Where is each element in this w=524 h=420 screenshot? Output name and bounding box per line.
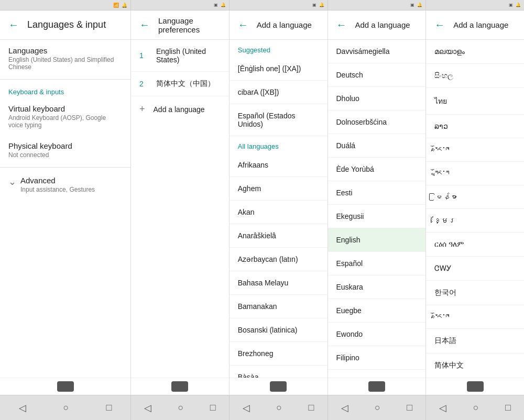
lang-dolnoserbscina[interactable]: Dolnoserbšćina: [328, 110, 426, 134]
lang-tibetan[interactable]: རྫོང་ཁ: [426, 305, 524, 329]
lang-duala[interactable]: Duálá: [328, 134, 426, 158]
keyboard-section-label: Keyboard & inputs: [0, 82, 130, 98]
home-nav-button-1[interactable]: ○: [53, 398, 80, 417]
panel4-header: ← Add a language: [328, 10, 426, 40]
back-nav-button-2[interactable]: ◁: [134, 398, 162, 418]
lang-item-bosanski[interactable]: Bosanski (latinica): [230, 318, 328, 342]
panel1-title: Languages & input: [27, 19, 106, 30]
lang-dholuo[interactable]: Dholuo: [328, 87, 426, 110]
back-button-panel1[interactable]: ←: [8, 19, 19, 31]
home-nav-button-3[interactable]: ○: [266, 398, 292, 417]
lang-euskara[interactable]: Euskara: [328, 275, 426, 299]
panel4-scroll-indicator: [328, 378, 426, 395]
recent-nav-button-4[interactable]: □: [396, 398, 423, 417]
lang-item-azerbaycan[interactable]: Azərbaycan (latın): [230, 248, 328, 271]
back-nav-button-3[interactable]: ◁: [232, 398, 260, 418]
lang-eesti[interactable]: Eesti: [328, 181, 426, 205]
lang-lao[interactable]: ລາວ: [426, 115, 524, 138]
lang-cherokee[interactable]: ᏣᎳᎩ: [426, 257, 524, 281]
add-language-item[interactable]: + Add a language: [131, 96, 229, 122]
lang-item-aghem[interactable]: Aghem: [230, 177, 328, 201]
languages-item[interactable]: Languages English (United States) and Si…: [0, 40, 130, 77]
lang-simplified-chinese[interactable]: 简体中文: [426, 353, 524, 378]
lang-english[interactable]: English: [328, 228, 426, 252]
recent-nav-button-2[interactable]: □: [200, 398, 226, 417]
status-icon-1: 📶: [113, 3, 119, 8]
recent-nav-button-5[interactable]: □: [495, 398, 521, 417]
panel1-scroll-indicator: [0, 378, 130, 395]
virtual-keyboard-subtitle: Android Keyboard (AOSP), Google voice ty…: [8, 114, 122, 129]
status-icon-8: 🔔: [417, 3, 422, 7]
panel4-title: Add a language: [355, 20, 410, 29]
status-icon-2: 🔔: [122, 3, 127, 8]
home-nav-button-4[interactable]: ○: [364, 398, 391, 417]
status-bar-panel4: ▣ 🔔: [328, 0, 427, 10]
lang-myanmar[interactable]: မြန်မာ: [426, 185, 524, 209]
back-button-panel4[interactable]: ←: [336, 19, 347, 31]
lang-ede-yoruba[interactable]: Ède Yorùbá: [328, 158, 426, 181]
lang-item-brezhoneg[interactable]: Brezhoneg: [230, 342, 328, 366]
lang-thai[interactable]: ไทย: [426, 88, 524, 115]
nav-bar-panel4: ◁ ○ □: [328, 395, 427, 420]
status-icon-7: ▣: [410, 3, 414, 7]
lang-amharic[interactable]: ርዕሰ ዓለም: [426, 233, 524, 257]
back-nav-button-1[interactable]: ◁: [8, 398, 37, 418]
lang-davvisamegiella[interactable]: Davvisámegiella: [328, 40, 426, 63]
advanced-item[interactable]: ⌄ Advanced Input assistance, Gestures: [0, 170, 130, 200]
lang-item-akan[interactable]: Akan: [230, 201, 328, 224]
lang-ekegusii[interactable]: Ekegusii: [328, 205, 426, 228]
lang-klong[interactable]: ཀློང་ཀ: [426, 162, 524, 185]
suggested-item-1[interactable]: cibarA ([XB]): [230, 81, 328, 104]
divider-2: [0, 167, 130, 168]
lang-malayalam[interactable]: മലയാളം: [426, 40, 524, 64]
lang-deutsch[interactable]: Deutsch: [328, 63, 426, 87]
back-button-panel3[interactable]: ←: [238, 19, 248, 31]
lang-ewondo[interactable]: Ewondo: [328, 323, 426, 346]
lang-item-bahasa[interactable]: Bahasa Melayu: [230, 271, 328, 295]
lang-pref-item-2[interactable]: 2 简体中文（中国）: [131, 72, 229, 96]
recent-nav-button-3[interactable]: □: [298, 398, 324, 417]
lang-euegbe[interactable]: Euegbe: [328, 299, 426, 323]
back-button-panel5[interactable]: ←: [434, 19, 445, 31]
lang-japanese[interactable]: 日本語: [426, 329, 524, 353]
home-nav-button-2[interactable]: ○: [167, 398, 194, 417]
status-bar-panel5: ▣ 🔔: [426, 0, 524, 10]
lang-espanol[interactable]: Español: [328, 252, 426, 275]
lang-sinhala[interactable]: සිංහල: [426, 64, 524, 88]
back-nav-button-4[interactable]: ◁: [331, 398, 359, 418]
lang-filipino[interactable]: Filipino: [328, 346, 426, 370]
suggested-item-2[interactable]: Español (Estados Unidos): [230, 104, 328, 136]
lang-item-afrikaans[interactable]: Afrikaans: [230, 153, 328, 177]
physical-keyboard-item[interactable]: Physical keyboard Not connected: [0, 135, 130, 165]
physical-keyboard-title: Physical keyboard: [8, 141, 122, 150]
nav-bar-panel5: ◁ ○ □: [426, 395, 524, 420]
recent-nav-button-1[interactable]: □: [96, 398, 123, 417]
lang-pref-item-1[interactable]: 1 English (United States): [131, 40, 229, 72]
lang-item-bamanakan[interactable]: Bamanakan: [230, 295, 328, 318]
panel2-scroll-indicator: [131, 378, 229, 395]
lang-item-anaraskiela[interactable]: Anarâškielâ: [230, 224, 328, 248]
lang-item-basaa[interactable]: Bàsàa: [230, 366, 328, 378]
lang-number-1: 1: [139, 51, 148, 60]
lang-korean[interactable]: 한국어: [426, 281, 524, 305]
lang-foroyskt[interactable]: Føroyskt: [328, 370, 426, 378]
all-languages-label: All languages: [230, 136, 328, 153]
status-icon-6: 🔔: [319, 3, 324, 7]
status-icon-3: ▣: [214, 3, 218, 7]
home-nav-button-5[interactable]: ○: [463, 398, 489, 417]
panel-add-language-1: ← Add a language Suggested [Ēnġlish one]…: [230, 10, 328, 395]
virtual-keyboard-item[interactable]: Virtual keyboard Android Keyboard (AOSP)…: [0, 98, 130, 135]
back-nav-button-5[interactable]: ◁: [429, 398, 457, 418]
status-icon-10: 🔔: [516, 3, 521, 7]
lang-khmer[interactable]: ខ្មែរ: [426, 209, 524, 233]
status-icon-9: ▣: [509, 3, 513, 7]
panel3-content: Suggested [Ēnġlish one] ([XA]) cibarA ([…: [230, 40, 328, 378]
back-button-panel2[interactable]: ←: [139, 19, 150, 31]
advanced-subtitle: Input assistance, Gestures: [20, 186, 95, 193]
divider-1: [0, 79, 130, 80]
plus-icon: +: [139, 104, 145, 115]
suggested-item-0[interactable]: [Ēnġlish one] ([XA]): [230, 57, 328, 81]
panel2-title: Language preferences: [158, 16, 221, 34]
lang-dzongkha[interactable]: རྫོང་ཁ: [426, 138, 524, 162]
panel3-header: ← Add a language: [230, 10, 328, 40]
